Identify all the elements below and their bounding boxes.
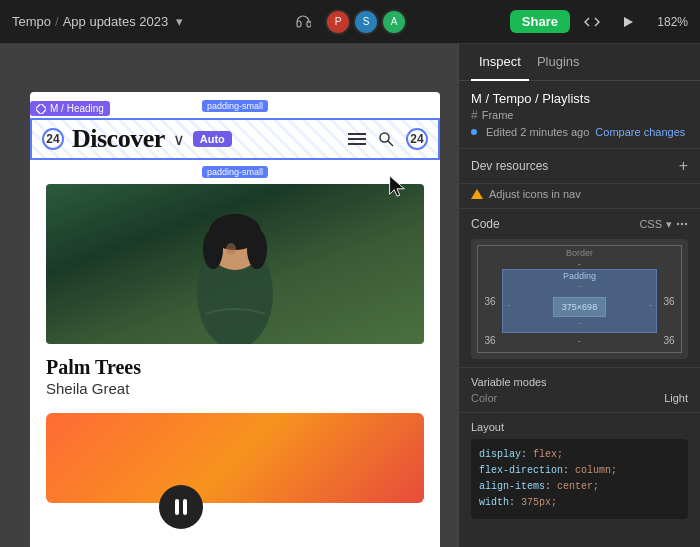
compare-changes-link[interactable]: Compare changes [595, 126, 685, 138]
box-middle-row: 36 Padding - - 375×698 [482, 269, 677, 333]
zoom-level[interactable]: 182% [650, 15, 688, 29]
diamond-icon [36, 104, 46, 114]
warning-icon [471, 189, 483, 199]
code-block: display: flex; flex-direction: column; a… [471, 439, 688, 519]
tab-inspect[interactable]: Inspect [471, 44, 529, 81]
app-header: 24 Discover ∨ Auto [30, 118, 440, 160]
box-num-br: 36 [661, 335, 677, 346]
box-top-row: - [482, 258, 677, 269]
code-line-width: width: 375px; [479, 495, 680, 511]
box-outer-border: Border - 36 Padding - [477, 245, 682, 353]
breadcrumb: Tempo / App updates 2023 ▾ [12, 14, 186, 29]
edited-row: Edited 2 minutes ago Compare changes [471, 126, 688, 138]
canvas: M / Heading padding-small 24 Discover ∨ … [0, 44, 458, 547]
variable-modes-section: Variable modes Color Light [459, 368, 700, 413]
track-title: Palm Trees [46, 356, 424, 378]
code-section: Code CSS ▾ Border [459, 209, 700, 368]
topbar-center-controls: P S A [289, 8, 407, 36]
dev-resource-text[interactable]: Adjust icons in nav [489, 188, 581, 200]
svg-line-6 [388, 141, 393, 146]
pause-button[interactable] [159, 485, 203, 529]
breadcrumb-sep: / [55, 14, 59, 29]
svg-point-16 [685, 223, 687, 225]
second-track-bg [46, 413, 424, 503]
code-header: Code CSS ▾ [471, 217, 688, 231]
svg-point-10 [203, 229, 223, 269]
add-dev-resource-button[interactable]: + [679, 157, 688, 175]
avatar-2: S [353, 9, 379, 35]
menu-icon [348, 132, 366, 146]
color-mode-key: Color [471, 392, 497, 404]
app-header-container: padding-small 24 Discover ∨ Auto [30, 118, 440, 160]
frame-info-section: M / Tempo / Playlists # Frame Edited 2 m… [459, 81, 700, 149]
breadcrumb-tempo[interactable]: Tempo [12, 14, 51, 29]
chevron-down-icon[interactable]: ▾ [172, 15, 186, 29]
svg-rect-1 [36, 104, 46, 114]
play-icon[interactable] [614, 8, 642, 36]
svg-point-12 [226, 243, 236, 255]
box-model: Border - 36 Padding - [471, 239, 688, 359]
code-view-icon[interactable] [578, 8, 606, 36]
canvas-frame: padding-small 24 Discover ∨ Auto [30, 92, 440, 547]
main-area: M / Heading padding-small 24 Discover ∨ … [0, 44, 700, 547]
frame-type: # Frame [471, 108, 688, 122]
track-info: Palm Trees Sheila Great [46, 344, 424, 405]
dev-resources-item: Adjust icons in nav [459, 184, 700, 209]
dev-resources-label: Dev resources [471, 159, 548, 173]
frame-type-label: Frame [482, 109, 514, 121]
color-mode-value: Light [664, 392, 688, 404]
heading-label: M / Heading [30, 101, 110, 116]
avatar-3: A [381, 9, 407, 35]
num-badge-right: 24 [406, 128, 428, 150]
music-content: Palm Trees Sheila Great [30, 160, 440, 405]
layout-title: Layout [471, 421, 688, 433]
variable-modes-row: Color Light [471, 392, 688, 404]
pause-bar-right [183, 499, 187, 515]
box-num-tr: 36 [661, 296, 677, 307]
box-content-row: - 375×698 - [507, 291, 652, 317]
edit-dot-icon [471, 129, 477, 135]
box-border-label: Border [566, 248, 593, 258]
padding-bottom-label: padding-small [202, 166, 268, 178]
svg-point-14 [677, 223, 679, 225]
share-button[interactable]: Share [510, 10, 570, 33]
topbar-right: Share 182% [510, 8, 688, 36]
discover-chevron-icon: ∨ [173, 130, 185, 149]
tab-plugins[interactable]: Plugins [529, 44, 588, 81]
code-line-display: display: flex; [479, 447, 680, 463]
code-label: Code [471, 217, 500, 231]
header-icons: 24 [348, 128, 428, 150]
pause-icon [175, 499, 187, 515]
headphones-icon[interactable] [289, 8, 317, 36]
box-bottom-row: 36 - 36 [482, 333, 677, 348]
second-track-thumbnail [46, 413, 424, 503]
track-artist: Sheila Great [46, 380, 424, 397]
edited-text: Edited 2 minutes ago [486, 126, 589, 138]
box-padding-label: Padding [563, 271, 596, 281]
frame-name: M / Tempo / Playlists [471, 91, 688, 106]
right-panel: Inspect Plugins M / Tempo / Playlists # … [458, 44, 700, 547]
box-content-size: 375×698 [553, 297, 606, 317]
person-illustration [175, 184, 295, 344]
discover-text: Discover [72, 126, 165, 152]
svg-point-11 [247, 229, 267, 269]
chevron-down-small-icon: ▾ [666, 218, 672, 231]
code-line-align: align-items: center; [479, 479, 680, 495]
avatar-1: P [325, 9, 351, 35]
pause-bar-left [175, 499, 179, 515]
num-badge-left: 24 [42, 128, 64, 150]
box-padding-dash-bottom: - [507, 317, 652, 328]
svg-point-5 [380, 133, 389, 142]
topbar: Tempo / App updates 2023 ▾ P S A Share [0, 0, 700, 44]
search-icon [378, 131, 394, 147]
svg-point-15 [681, 223, 683, 225]
svg-marker-0 [624, 17, 633, 27]
layout-section: Layout display: flex; flex-direction: co… [459, 413, 700, 527]
box-num-tl: 36 [482, 296, 498, 307]
breadcrumb-app-updates[interactable]: App updates 2023 [63, 14, 169, 29]
box-num-bl: 36 [482, 335, 498, 346]
cursor-icon [385, 174, 409, 198]
code-lang-selector[interactable]: CSS ▾ [639, 218, 688, 231]
box-padding-dash-top: - [507, 280, 652, 291]
padding-top-label: padding-small [202, 100, 268, 112]
